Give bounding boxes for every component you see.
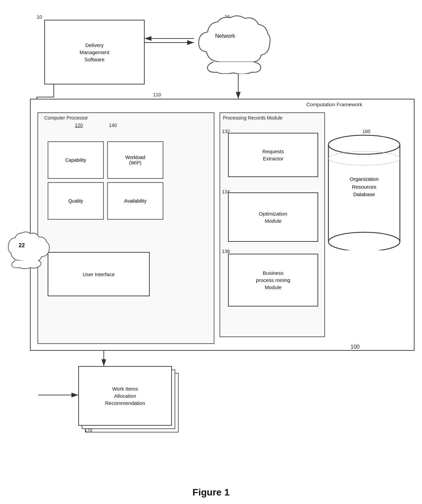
cloud-22: 22 xyxy=(7,232,51,269)
quality-label: Quality xyxy=(68,198,83,204)
optimization-module-box: OptimizationModule xyxy=(228,192,318,242)
availability-box: Availability xyxy=(107,182,163,220)
figure-title: Figure 1 xyxy=(193,487,230,498)
ref-120: 120 xyxy=(75,123,83,128)
ref-10: 10 xyxy=(37,14,42,20)
computer-processor-label: Computer Processor xyxy=(44,115,88,121)
network-cloud: Network xyxy=(195,14,273,74)
workload-label: Workload(WIP) xyxy=(125,155,145,166)
delivery-management-software-box: DeliveryManagementSoftware xyxy=(44,20,145,84)
user-interface-label: User Interface xyxy=(83,271,115,278)
ref-160: 160 xyxy=(362,129,370,134)
network-label: Network xyxy=(215,33,235,39)
capability-label: Capability xyxy=(65,157,86,163)
requests-extractor-label: RequestsExtractor xyxy=(262,148,284,162)
ref-110: 110 xyxy=(153,92,161,97)
user-interface-box: User Interface xyxy=(48,252,150,296)
ref-136: 136 xyxy=(222,249,230,254)
workload-box: Workload(WIP) xyxy=(107,141,163,179)
capability-box: Capability xyxy=(48,141,104,179)
business-process-box: Businessprocess miningModule xyxy=(228,254,318,306)
diagram-container: 10 DeliveryManagementSoftware 20 Network… xyxy=(0,0,422,504)
ref-100: 100 xyxy=(351,344,360,350)
quality-box: Quality xyxy=(48,182,104,220)
ref-22: 22 xyxy=(19,242,25,249)
ref-140: 140 xyxy=(109,123,117,128)
delivery-software-label: DeliveryManagementSoftware xyxy=(80,42,110,63)
processing-records-label: Processing Records Module xyxy=(223,115,282,121)
requests-extractor-box: RequestsExtractor xyxy=(228,133,318,177)
work-items-label: Work ItemsAllocationRecommendation xyxy=(105,385,145,407)
work-items-box: Work ItemsAllocationRecommendation xyxy=(78,366,172,426)
svg-point-22 xyxy=(328,232,400,250)
availability-label: Availability xyxy=(124,198,147,204)
computation-framework-label: Computation Framework xyxy=(306,101,362,107)
optimization-module-label: OptimizationModule xyxy=(259,210,287,224)
ref-170: 170 xyxy=(84,427,92,433)
business-process-label: Businessprocess miningModule xyxy=(256,269,290,291)
org-resources-database: OrganizationResourcesDatabase xyxy=(327,135,402,250)
org-resources-label: OrganizationResourcesDatabase xyxy=(332,175,396,199)
